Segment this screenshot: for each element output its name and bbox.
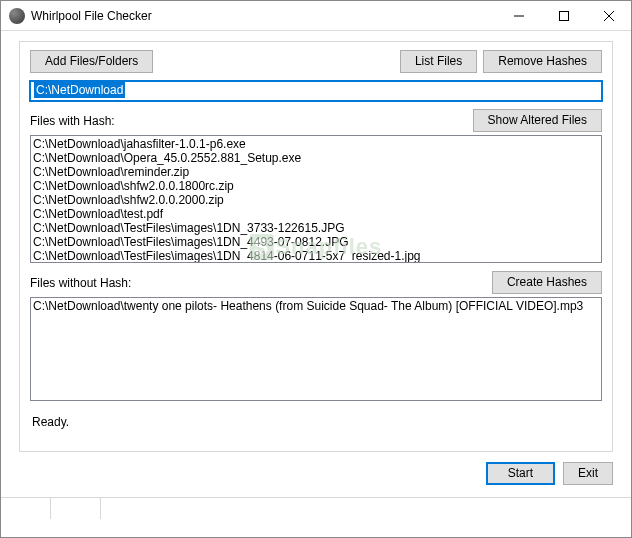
files-with-hash-label: Files with Hash: <box>30 114 473 132</box>
window-title: Whirlpool File Checker <box>31 9 496 23</box>
files-without-hash-list[interactable]: C:\NetDownload\twenty one pilots- Heathe… <box>30 297 602 401</box>
statusbar <box>1 497 631 519</box>
start-button[interactable]: Start <box>486 462 555 485</box>
list-item[interactable]: C:\NetDownload\twenty one pilots- Heathe… <box>33 299 599 313</box>
list-item[interactable]: C:\NetDownload\TestFiles\images\1DN_4814… <box>33 249 599 263</box>
list-item[interactable]: C:\NetDownload\jahasfilter-1.0.1-p6.exe <box>33 137 599 151</box>
exit-button[interactable]: Exit <box>563 462 613 485</box>
statusbar-cell <box>51 498 101 519</box>
list-item[interactable]: C:\NetDownload\shfw2.0.0.2000.zip <box>33 193 599 207</box>
list-item[interactable]: C:\NetDownload\reminder.zip <box>33 165 599 179</box>
list-item[interactable]: C:\NetDownload\test.pdf <box>33 207 599 221</box>
status-text: Ready. <box>30 411 602 441</box>
close-button[interactable] <box>586 1 631 31</box>
statusbar-cell <box>1 498 51 519</box>
list-item[interactable]: C:\NetDownload\TestFiles\images\1DN_4493… <box>33 235 599 249</box>
files-with-hash-list[interactable]: C:\NetDownload\jahasfilter-1.0.1-p6.exeC… <box>30 135 602 263</box>
maximize-button[interactable] <box>541 1 586 31</box>
main-group: SSnapfiles Add Files/Folders List Files … <box>19 41 613 452</box>
remove-hashes-button[interactable]: Remove Hashes <box>483 50 602 73</box>
show-altered-button[interactable]: Show Altered Files <box>473 109 602 132</box>
svg-rect-1 <box>559 11 568 20</box>
list-item[interactable]: C:\NetDownload\Opera_45.0.2552.881_Setup… <box>33 151 599 165</box>
files-without-hash-label: Files without Hash: <box>30 276 492 294</box>
list-files-button[interactable]: List Files <box>400 50 477 73</box>
list-item[interactable]: C:\NetDownload\TestFiles\images\1DN_3733… <box>33 221 599 235</box>
titlebar: Whirlpool File Checker <box>1 1 631 31</box>
create-hashes-button[interactable]: Create Hashes <box>492 271 602 294</box>
path-input[interactable]: C:\NetDownload <box>30 81 602 101</box>
app-icon <box>9 8 25 24</box>
add-files-button[interactable]: Add Files/Folders <box>30 50 153 73</box>
list-item[interactable]: C:\NetDownload\shfw2.0.0.1800rc.zip <box>33 179 599 193</box>
minimize-button[interactable] <box>496 1 541 31</box>
